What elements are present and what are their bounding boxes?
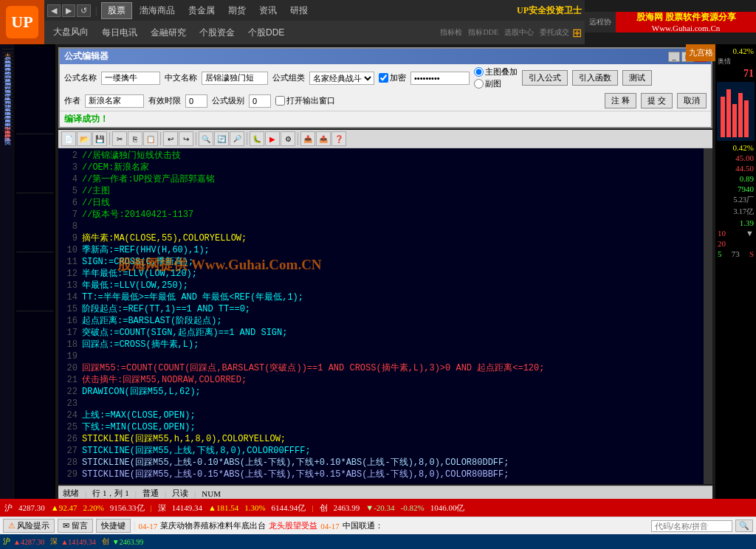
nav-futures[interactable]: 期货: [222, 3, 252, 18]
code-line: 18回踩点:=CROSS(摘牛素,L);: [61, 339, 709, 351]
refresh-btn[interactable]: ↺: [77, 4, 91, 17]
code-editor[interactable]: 股海网提供 Www.Guhai.Com.CN 2//居锦濊独门短线伏击技 3//…: [58, 148, 712, 484]
ticker-sh-label: 沪: [4, 503, 13, 514]
remote-area[interactable]: 远程协: [585, 12, 616, 32]
logo[interactable]: UP: [0, 0, 44, 44]
sub-chart-radio[interactable]: 副图: [474, 78, 518, 89]
right-val9: 10: [718, 229, 726, 238]
right-val6: 5.23厂: [717, 194, 755, 206]
right-pct1: 0.42%: [717, 46, 755, 56]
nav-stock-fund[interactable]: 个股资金: [193, 24, 241, 42]
toolbar-export[interactable]: 📤: [316, 131, 331, 146]
toolbar-new[interactable]: 📄: [61, 131, 76, 146]
right-val1: 71: [717, 67, 755, 80]
main-chart-radio[interactable]: 主图叠加: [474, 66, 518, 77]
import-formula-btn[interactable]: 引入公式: [522, 70, 568, 86]
nav-chart[interactable]: 大盘风向: [47, 24, 94, 42]
code-line-20: 20回踩M55:=COUNT(COUNT(回踩点,BARSLAST(突破点))=…: [61, 362, 709, 374]
open-output-check[interactable]: 打开输出窗口: [275, 95, 335, 106]
forward-btn[interactable]: ▶: [62, 4, 75, 17]
toolbar-findall[interactable]: 🔎: [230, 131, 244, 146]
left-chart-strip: [15, 44, 55, 502]
nav-finance[interactable]: 金融研究: [145, 24, 192, 42]
toolbar-import[interactable]: 📥: [300, 131, 315, 146]
code-line: 27STICKLINE(回踩M55,上线,下线,8,0),COLOR00FFFF…: [61, 445, 709, 457]
ticker-cy-label: 创: [320, 503, 328, 514]
ticker-sh-change: ▲92.47: [51, 503, 78, 512]
right-val4: 0.89: [717, 173, 755, 184]
bottom-info-bar: 沪 ▲4287.30 深 ▲14149.34 创 ▼2463.99: [0, 534, 756, 549]
right-val10: 20: [718, 239, 726, 248]
code-line: 5//主图: [61, 185, 709, 197]
toolbar-replace[interactable]: 🔄: [214, 131, 229, 146]
toolbar-undo[interactable]: ↩: [163, 131, 178, 146]
code-line: 22DRAWICON(回踩M55,L,62);: [61, 386, 709, 398]
code-line: 7//版本号:20140421-1137: [61, 209, 709, 221]
cancel-btn[interactable]: 取消: [677, 93, 707, 108]
author-input[interactable]: [85, 94, 144, 108]
back-btn[interactable]: ◀: [47, 4, 61, 17]
nav-stock-dde[interactable]: 个股DDE: [242, 24, 290, 42]
nav-info[interactable]: 资讯: [253, 3, 283, 18]
message-btn[interactable]: ✉ 留言: [58, 519, 93, 533]
status-mode: 普通: [142, 488, 159, 499]
news3-text: 中国联通：: [343, 520, 383, 531]
code-line: 11SIGN:=CROSS(C,季新高);: [61, 256, 709, 268]
formula-level-input[interactable]: [249, 94, 271, 108]
code-line: 19: [61, 351, 709, 362]
code-line: 9摘牛素:MA(CLOSE,55),COLORYELLOW;: [61, 232, 709, 244]
toolbar-debug[interactable]: 🐛: [250, 131, 264, 146]
import-func-btn[interactable]: 引入函数: [572, 70, 618, 86]
encrypt-check[interactable]: 加密: [379, 72, 406, 83]
stock-search-btn[interactable]: 🔍: [735, 519, 753, 532]
nav-metals[interactable]: 贵金属: [182, 3, 221, 18]
toolbar-cut[interactable]: ✂: [112, 131, 127, 146]
encrypt-input: [410, 72, 470, 85]
group-select[interactable]: 名家经典战斗: [309, 72, 374, 85]
comment-btn[interactable]: 注 释: [605, 93, 636, 108]
ticker-sz-amount: 6144.94亿: [272, 503, 306, 514]
shortcut-btn[interactable]: 快捷键: [96, 519, 131, 533]
news1-highlight: 龙头股望受益: [269, 520, 317, 531]
formula-name-input[interactable]: [101, 72, 160, 85]
scrollbar[interactable]: [704, 148, 712, 484]
nine-grid-btn[interactable]: 九宫格: [686, 44, 715, 61]
toolbar-open[interactable]: 📂: [77, 131, 92, 146]
toolbar-redo[interactable]: ↪: [179, 131, 193, 146]
nav-research[interactable]: 研报: [284, 3, 314, 18]
ticker-cy-pct: -0.82%: [401, 503, 425, 512]
cn-name-input[interactable]: [202, 72, 268, 85]
win-minimize-btn[interactable]: _: [668, 52, 680, 62]
right-label1: 奥情: [717, 56, 755, 67]
test-btn[interactable]: 测试: [622, 70, 652, 86]
nav-bohai[interactable]: 渤海商品: [134, 3, 181, 18]
toolbar-help[interactable]: ❓: [331, 131, 346, 146]
toolbar-save[interactable]: 💾: [92, 131, 107, 146]
toolbar-settings[interactable]: ⚙: [281, 131, 295, 146]
grid-icon[interactable]: ⊞: [572, 26, 582, 40]
submit-btn[interactable]: 提 交: [641, 93, 673, 108]
code-line: 26STICKLINE(回踩M55,h,1,8,0),COLORYELLOW;: [61, 433, 709, 445]
code-line: 3//OEM:新浪名家: [61, 162, 709, 173]
formula-titlebar: 公式编辑器 _ □ ✕: [60, 49, 711, 64]
svg-rect-0: [721, 97, 725, 137]
ticker-sh-amount: 9156.33亿: [110, 503, 145, 514]
code-line: 24上线:=MAX(CLOSE,OPEN);: [61, 410, 709, 421]
code-line: 21伏击摘牛:回踩M55,NODRAW,COLORRED;: [61, 374, 709, 386]
toolbar-run[interactable]: ▶: [265, 131, 280, 146]
valid-time-input[interactable]: [185, 94, 207, 108]
ticker-sz-pct: 1.30%: [244, 503, 265, 512]
nav-stock[interactable]: 股票: [101, 2, 132, 19]
risk-btn[interactable]: ⚠ 风险提示: [3, 519, 55, 533]
sidebar-item[interactable]: 民交: [2, 131, 13, 134]
toolbar-paste[interactable]: 📋: [143, 131, 158, 146]
nav-daily[interactable]: 每日电讯: [96, 24, 143, 42]
toolbar-find[interactable]: 🔍: [199, 131, 213, 146]
right-val12: 73: [732, 249, 740, 258]
code-line: 29STICKLINE(回踩M55,上线-0.15*ABS(上线-下线),下线+…: [61, 469, 709, 480]
news1-text: 菜庆动物养殖标准料年底出台: [160, 520, 266, 531]
author-label: 作者: [64, 95, 80, 106]
stock-search-input[interactable]: [651, 520, 732, 532]
code-line: 28STICKLINE(回踩M55,上线-0.10*ABS(上线-下线),下线+…: [61, 457, 709, 469]
toolbar-copy[interactable]: ⎘: [128, 131, 142, 146]
